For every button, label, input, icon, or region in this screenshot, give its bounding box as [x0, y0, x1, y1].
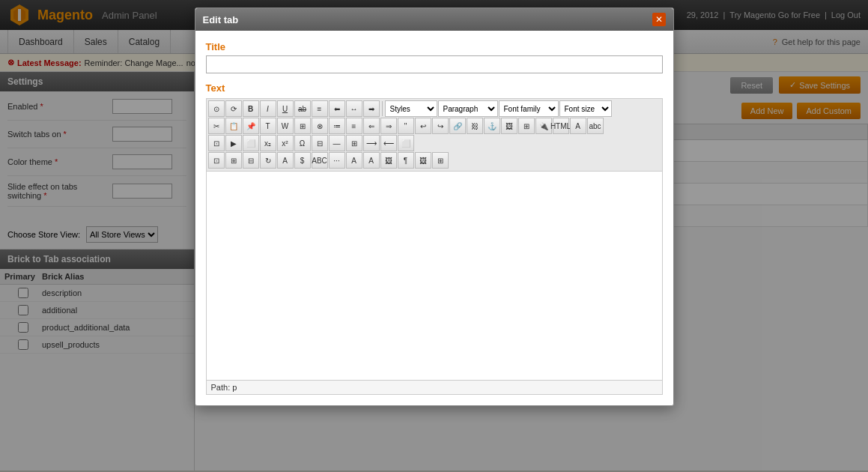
editor-toolbar: ⊙ ⟳ B I U ab ≡ ⬅ ↔ ➡ Styles Paragraph [206, 98, 663, 171]
tb-align-justify-btn[interactable]: ≡ [312, 100, 328, 117]
tb-grid-btn[interactable]: ⊞ [432, 152, 449, 169]
tb-clean-btn[interactable]: ⟳ [225, 100, 242, 117]
tb-special-char-btn[interactable]: Ω [294, 135, 311, 151]
tb-media-btn[interactable]: ▶ [225, 135, 242, 151]
modal-body: Title Text ⊙ ⟳ B I U ab ≡ ⬅ ↔ ➡ [195, 31, 673, 405]
tb-redo-btn[interactable]: ↪ [432, 118, 449, 134]
tb-rtl-btn[interactable]: ⟵ [380, 135, 397, 151]
tb-undo-btn[interactable]: ↩ [415, 118, 431, 134]
tb-widget-btn[interactable]: ⬜ [243, 135, 259, 151]
tb-paste2-btn[interactable]: ⊟ [243, 152, 259, 169]
tb-sup-btn[interactable]: x² [277, 135, 294, 151]
toolbar-row-1: ⊙ ⟳ B I U ab ≡ ⬅ ↔ ➡ Styles Paragraph [208, 100, 661, 117]
toolbar-row-3: ⊡ ▶ ⬜ x₂ x² Ω ⊟ — ⊞ ⟶ ⟵ ⬜ [208, 135, 661, 151]
paragraph-select[interactable]: Paragraph [438, 100, 498, 117]
title-label: Title [206, 41, 663, 52]
tb-paste-text-btn[interactable]: T [260, 118, 276, 134]
tb-cut-btn[interactable]: ✂ [208, 118, 225, 134]
tb-pilcrow-btn[interactable]: ¶ [398, 152, 414, 169]
tb-font-a2-btn[interactable]: A [363, 152, 380, 169]
modal-title: Edit tab [203, 14, 239, 25]
tb-plugin-btn[interactable]: 🔌 [535, 118, 552, 134]
tb-unlink-btn[interactable]: ⛓ [467, 118, 483, 134]
tb-font-a-btn[interactable]: A [346, 152, 362, 169]
tb-template-btn[interactable]: ⊡ [208, 135, 225, 151]
tb-underline-btn[interactable]: U [277, 100, 294, 117]
text-label: Text [206, 82, 663, 94]
tb-font2-btn[interactable]: A [277, 152, 294, 169]
tb-color-btn[interactable]: A [570, 118, 586, 134]
tb-ltr-btn[interactable]: ⟶ [363, 135, 380, 151]
toolbar-row-2: ✂ 📋 📌 T W ⊞ ⊗ ≔ ≡ ⇐ ⇒ " ↩ ↪ 🔗 ⛓ ⚓ [208, 118, 661, 134]
tb-ordered-list-btn[interactable]: ≡ [346, 118, 362, 134]
tb-dots-btn[interactable]: ··· [329, 152, 345, 169]
tb-dotted-btn[interactable]: ⊡ [208, 152, 225, 169]
tb-gallery-btn[interactable]: 🖼 [415, 152, 431, 169]
modal-title-bar: Edit tab ✕ [195, 8, 673, 31]
tb-expand-btn[interactable]: ⊞ [346, 135, 362, 151]
editor-area[interactable] [206, 171, 663, 381]
tb-unordered-list-btn[interactable]: ≔ [329, 118, 345, 134]
tb-source-btn[interactable]: ⊙ [208, 100, 225, 117]
tb-align-right-btn[interactable]: ➡ [363, 100, 380, 117]
tb-link-btn[interactable]: 🔗 [449, 118, 466, 134]
editor-path: Path: p [206, 381, 663, 395]
tb-strike-btn[interactable]: ab [294, 100, 311, 117]
edit-tab-modal: Edit tab ✕ Title Text ⊙ ⟳ B I U ab ≡ ⬅ ↔ [195, 7, 674, 406]
tb-bold-btn[interactable]: B [243, 100, 259, 117]
tb-paste-btn[interactable]: 📌 [243, 118, 259, 134]
modal-close-button[interactable]: ✕ [652, 13, 666, 26]
tb-paste-word-btn[interactable]: W [277, 118, 294, 134]
tb-spellcheck-btn[interactable]: abc [587, 118, 604, 134]
tb-copy2-btn[interactable]: ⊞ [225, 152, 242, 169]
tb-img-btn[interactable]: 🖼 [501, 118, 518, 134]
tb-hr-btn[interactable]: — [329, 135, 345, 151]
tb-blockquote-btn[interactable]: " [398, 118, 414, 134]
font-family-select[interactable]: Font family [499, 100, 559, 117]
tb-align-left-btn[interactable]: ⬅ [329, 100, 345, 117]
styles-select[interactable]: Styles [385, 100, 437, 117]
font-size-select[interactable]: Font size [559, 100, 612, 117]
tb-image2-btn[interactable]: 🖼 [380, 152, 397, 169]
tb-sub-btn[interactable]: x₂ [260, 135, 276, 151]
tb-remove-format-btn[interactable]: ⊗ [312, 118, 328, 134]
tb-select-all-btn[interactable]: ⊞ [294, 118, 311, 134]
tb-anchor-btn[interactable]: ⚓ [484, 118, 500, 134]
tb-table-btn[interactable]: ⊞ [518, 118, 535, 134]
tb-copy-btn[interactable]: 📋 [225, 118, 242, 134]
toolbar-row-4: ⊡ ⊞ ⊟ ↻ A $ ABC ··· A A 🖼 ¶ 🖼 ⊞ [208, 152, 661, 169]
tb-italic-btn[interactable]: I [260, 100, 276, 117]
tb-dollar-btn[interactable]: $ [294, 152, 311, 169]
tb-caps-btn[interactable]: ABC [312, 152, 328, 169]
tb-outdent-btn[interactable]: ⇐ [363, 118, 380, 134]
title-input[interactable] [206, 55, 663, 73]
tb-maximize-btn[interactable]: ⬜ [398, 135, 414, 151]
tb-pagebreak-btn[interactable]: ⊟ [312, 135, 328, 151]
tb-rotate-btn[interactable]: ↻ [260, 152, 276, 169]
tb-align-center-btn[interactable]: ↔ [346, 100, 362, 117]
tb-indent-btn[interactable]: ⇒ [380, 118, 397, 134]
tb-separator [382, 101, 383, 116]
modal-overlay: Edit tab ✕ Title Text ⊙ ⟳ B I U ab ≡ ⬅ ↔ [0, 0, 868, 471]
tb-html-btn[interactable]: HTML [553, 118, 569, 134]
